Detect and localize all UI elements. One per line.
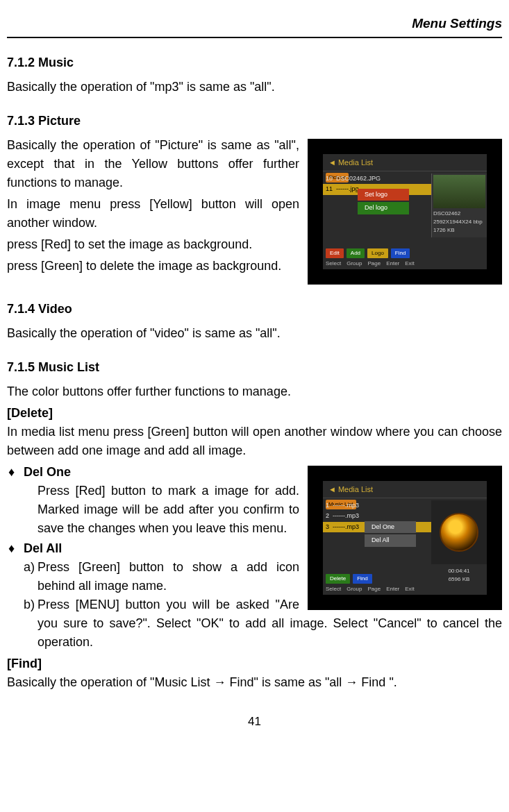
del-all-title: Del All [24,541,62,555]
text-musiclist-intro: The color buttons offer further function… [7,382,502,401]
row-num: 10 [326,174,333,184]
heading-picture: 7.1.3 Picture [7,112,502,130]
nav-exit: Exit [405,260,414,268]
nav-group: Group [347,260,362,268]
nav-select: Select [326,260,341,268]
info-name: DSC02462 [433,210,485,218]
letter-a: a) [24,558,35,577]
musiclist-block: ◄ Media List Music List 1 ------.mp3 2 -… [7,463,502,653]
page-header: Menu Settings [7,14,502,38]
info-dims: 2592X1944X24 bbp [433,218,485,226]
find-label: [Find] [7,654,502,673]
delete-label: [Delete] [7,404,502,423]
list-item: b)Press [MENU] button you will be asked … [37,595,502,652]
add-button: Add [347,248,365,258]
picture-preview: DSC02462 2592X1944X24 bbp 1726 KB [431,174,487,237]
find-button: Find [391,248,410,258]
del-all-a: Press [Green] button to show a add icon … [37,560,299,593]
set-logo-button: Set logo [358,189,409,201]
list-item: 10 DSC02462.JPG [323,174,431,185]
heading-video: 7.1.4 Video [7,300,502,319]
popup-logo: Set logo Del logo [358,189,409,214]
figure-picture: ◄ Media List Picture 10 DSC02462.JPG 11 … [308,139,502,285]
logo-button: Logo [367,248,388,258]
row-name: DSC02462.JPG [336,174,381,184]
del-logo-button: Del logo [358,202,409,214]
info-size: 1726 KB [433,226,485,235]
list-item: a)Press [Green] button to show a add ico… [37,558,502,595]
text-music: Basically the operation of "mp3" is same… [7,78,502,96]
list-item: Del All a)Press [Green] button to show a… [24,539,502,652]
edit-button: Edit [326,248,344,258]
nav-page: Page [367,260,381,268]
list-item: Del One Press [Red] button to mark a ima… [24,463,502,538]
row-num: 11 [326,185,333,194]
del-one-body: Press [Red] button to mark a image for a… [24,482,502,538]
nav-enter: Enter [386,260,399,268]
del-one-title: Del One [24,465,71,479]
del-all-b: Press [MENU] button you will be asked "A… [37,598,502,649]
find-body: Basically the operation of "Music List →… [7,673,502,692]
heading-music: 7.1.2 Music [7,53,502,72]
figure-picture-title: ◄ Media List [323,154,487,172]
text-video: Basically the operation of "video" is sa… [7,324,502,343]
bullet-list: Del One Press [Red] button to mark a ima… [7,463,502,652]
figure-picture-footer: Edit Add Logo Find Select Group Page Ent… [323,247,487,269]
media-list-label: ◄ [328,158,338,167]
del-all-sublist: a)Press [Green] button to show a add ico… [24,558,502,652]
heading-musiclist: 7.1.5 Music List [7,358,502,377]
page-number: 41 [7,713,502,731]
preview-image [433,175,485,208]
row-name: ------.jpg [336,185,359,194]
media-list-text: Media List [338,158,373,167]
letter-b: b) [24,595,35,614]
delete-body: In media list menu press [Green] button … [7,423,502,460]
figure-picture-panel: ◄ Media List Picture 10 DSC02462.JPG 11 … [323,154,487,269]
picture-block: ◄ Media List Picture 10 DSC02462.JPG 11 … [7,136,502,285]
